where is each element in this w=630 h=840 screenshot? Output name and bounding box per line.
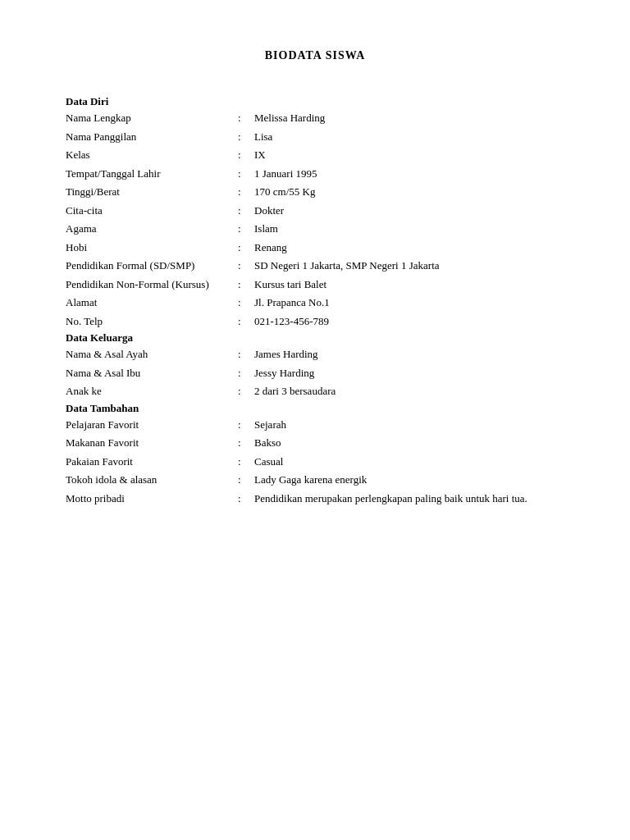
colon: : (238, 184, 254, 200)
field-value: Dokter (254, 203, 564, 219)
field-label: Tokoh idola & alasan (66, 472, 238, 488)
field-label: Hobi (66, 240, 238, 256)
colon: : (238, 454, 254, 470)
list-item: Nama Panggilan : Lisa (66, 129, 564, 145)
field-label: Pendidikan Non-Formal (Kursus) (66, 276, 238, 293)
colon: : (238, 313, 254, 330)
colon: : (238, 166, 254, 182)
field-label: Cita-cita (66, 203, 238, 219)
field-label: Pendidikan Formal (SD/SMP) (66, 258, 238, 274)
field-label: Pakaian Favorit (66, 454, 238, 470)
colon: : (238, 417, 254, 433)
list-item: Makanan Favorit : Bakso (66, 435, 564, 451)
list-item: Pendidikan Non-Formal (Kursus) : Kursus … (66, 276, 564, 293)
field-label: Motto pribadi (66, 491, 238, 507)
section-data-diri: Data Diri (66, 95, 564, 108)
list-item: Hobi : Renang (66, 240, 564, 256)
field-label: Nama & Asal Ayah (66, 346, 238, 363)
data-tambahan-rows: Pelajaran Favorit : Sejarah Makanan Favo… (66, 417, 564, 507)
colon: : (238, 365, 254, 381)
field-value: 1 Januari 1995 (254, 166, 564, 182)
field-label: No. Telp (66, 313, 238, 330)
field-value: Pendidikan merupakan perlengkapan paling… (254, 491, 564, 507)
field-value: 2 dari 3 bersaudara (254, 383, 564, 399)
field-value: Kursus tari Balet (254, 276, 564, 293)
field-value: Islam (254, 221, 564, 237)
field-label: Anak ke (66, 383, 238, 399)
list-item: Cita-cita : Dokter (66, 203, 564, 219)
list-item: Pakaian Favorit : Casual (66, 454, 564, 470)
list-item: Tokoh idola & alasan : Lady Gaga karena … (66, 472, 564, 488)
section-data-keluarga: Data Keluarga (66, 331, 564, 345)
data-diri-rows: Nama Lengkap : Melissa Harding Nama Pang… (66, 110, 564, 329)
list-item: Alamat : Jl. Prapanca No.1 (66, 294, 564, 311)
list-item: Motto pribadi : Pendidikan merupakan per… (66, 491, 564, 507)
colon: : (238, 258, 254, 274)
field-label: Alamat (66, 294, 238, 311)
colon: : (238, 147, 254, 163)
field-label: Makanan Favorit (66, 435, 238, 451)
colon: : (238, 203, 254, 219)
list-item: Kelas : IX (66, 147, 564, 163)
colon: : (238, 294, 254, 311)
colon: : (238, 472, 254, 488)
data-keluarga-rows: Nama & Asal Ayah : James Harding Nama & … (66, 346, 564, 399)
page: BIODATA SISWA Data Diri Nama Lengkap : M… (0, 0, 630, 840)
field-label: Tinggi/Berat (66, 184, 238, 200)
list-item: Nama & Asal Ayah : James Harding (66, 346, 564, 363)
page-title: BIODATA SISWA (66, 49, 564, 62)
field-value: 021-123-456-789 (254, 313, 564, 330)
colon: : (238, 276, 254, 293)
field-label: Tempat/Tanggal Lahir (66, 166, 238, 182)
field-value: James Harding (254, 346, 564, 363)
field-label: Pelajaran Favorit (66, 417, 238, 433)
field-label: Nama Lengkap (66, 110, 238, 126)
colon: : (238, 129, 254, 145)
field-value: Lisa (254, 129, 564, 145)
list-item: Nama Lengkap : Melissa Harding (66, 110, 564, 126)
field-value: SD Negeri 1 Jakarta, SMP Negeri 1 Jakart… (254, 258, 564, 274)
field-value: Casual (254, 454, 564, 470)
list-item: Tinggi/Berat : 170 cm/55 Kg (66, 184, 564, 200)
field-value: 170 cm/55 Kg (254, 184, 564, 200)
colon: : (238, 240, 254, 256)
field-value: Renang (254, 240, 564, 256)
list-item: No. Telp : 021-123-456-789 (66, 313, 564, 330)
field-value: Melissa Harding (254, 110, 564, 126)
list-item: Pelajaran Favorit : Sejarah (66, 417, 564, 433)
field-label: Nama & Asal Ibu (66, 365, 238, 381)
colon: : (238, 383, 254, 399)
field-label: Agama (66, 221, 238, 237)
list-item: Tempat/Tanggal Lahir : 1 Januari 1995 (66, 166, 564, 182)
field-value: Sejarah (254, 417, 564, 433)
list-item: Anak ke : 2 dari 3 bersaudara (66, 383, 564, 399)
field-value: Lady Gaga karena energik (254, 472, 564, 488)
field-label: Kelas (66, 147, 238, 163)
list-item: Pendidikan Formal (SD/SMP) : SD Negeri 1… (66, 258, 564, 274)
field-value: Jessy Harding (254, 365, 564, 381)
list-item: Agama : Islam (66, 221, 564, 237)
colon: : (238, 221, 254, 237)
colon: : (238, 435, 254, 451)
colon: : (238, 110, 254, 126)
colon: : (238, 491, 254, 507)
colon: : (238, 346, 254, 363)
field-value: Bakso (254, 435, 564, 451)
field-value: IX (254, 147, 564, 163)
section-data-tambahan: Data Tambahan (66, 402, 564, 415)
list-item: Nama & Asal Ibu : Jessy Harding (66, 365, 564, 381)
field-label: Nama Panggilan (66, 129, 238, 145)
field-value: Jl. Prapanca No.1 (254, 294, 564, 311)
